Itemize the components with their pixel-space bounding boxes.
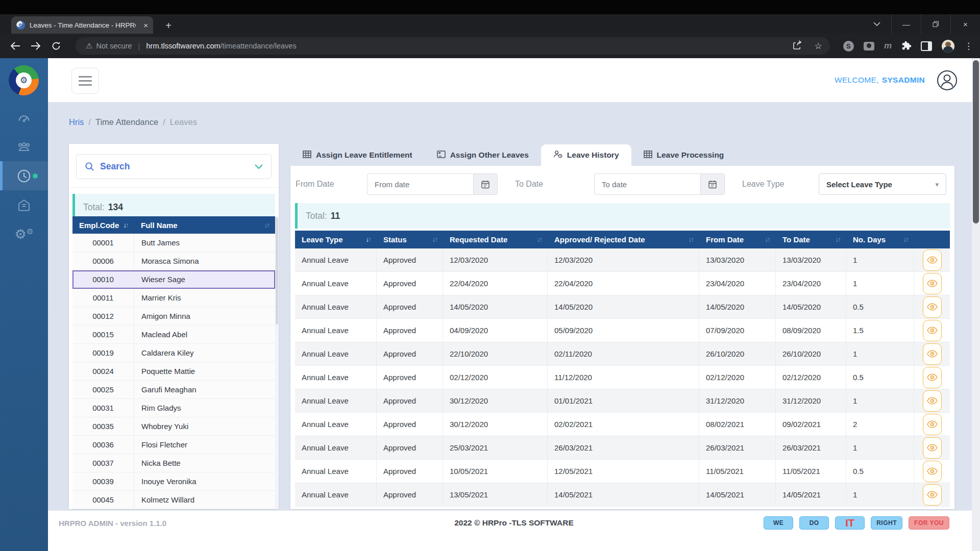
- leave-column-header[interactable]: Leave Type↓↑: [295, 231, 377, 248]
- view-leave-button[interactable]: [923, 461, 942, 482]
- tab-leave-history[interactable]: Leave History: [541, 144, 631, 166]
- to-date-calendar-icon[interactable]: [700, 174, 724, 194]
- employee-table: Empl.Code↓↑Full Name↓↑ 00001Butt James00…: [72, 216, 275, 509]
- leave-type-select[interactable]: Select Leave Type ▾: [819, 173, 946, 195]
- leave-cell: 22/04/2020: [548, 272, 699, 295]
- chevron-down-icon: [255, 162, 263, 171]
- page-scrollbar-thumb[interactable]: [973, 60, 979, 223]
- skype-extension-icon[interactable]: S: [843, 41, 854, 52]
- new-tab-button[interactable]: +: [162, 19, 175, 32]
- leave-cell: 14/05/2021: [548, 483, 699, 506]
- tab-close-icon[interactable]: ×: [143, 21, 148, 30]
- sidebar-item-time-attendance[interactable]: [0, 161, 48, 190]
- to-date-input-group: [594, 173, 725, 195]
- employee-name: Maclead Abel: [134, 325, 275, 343]
- leave-column-header[interactable]: To Date↓↑: [776, 231, 846, 248]
- leave-column-header[interactable]: Status↓↑: [377, 231, 443, 248]
- side-panel-icon[interactable]: [921, 41, 932, 51]
- employee-row[interactable]: 00031Rim Gladys: [72, 399, 275, 417]
- bookmark-star-icon[interactable]: ☆: [813, 41, 824, 52]
- browser-profile-avatar[interactable]: [942, 40, 954, 53]
- view-leave-button[interactable]: [923, 390, 942, 412]
- leave-cell: 31/12/2020: [776, 389, 846, 412]
- forward-icon[interactable]: [29, 39, 43, 53]
- sort-icons: ↓↑: [264, 221, 271, 229]
- employee-row[interactable]: 00036Flosi Fletcher: [72, 436, 275, 454]
- leave-row: Annual LeaveApproved30/12/202001/01/2021…: [295, 389, 950, 413]
- employee-column-header[interactable]: Full Name↓↑: [134, 216, 275, 234]
- page-scrollbar[interactable]: [972, 58, 980, 551]
- sidebar-item-settings[interactable]: ⚙⚙: [0, 219, 48, 248]
- employee-row[interactable]: 00039Inouye Veronika: [72, 472, 275, 491]
- tab-label: Leave Processing: [657, 151, 724, 160]
- screenshot-extension-icon[interactable]: [864, 42, 874, 51]
- leave-cell: 01/01/2021: [548, 389, 699, 412]
- leave-cell: 12/03/2020: [548, 248, 699, 271]
- view-leave-button[interactable]: [923, 437, 942, 459]
- m-extension-icon[interactable]: m: [884, 41, 892, 51]
- employee-row[interactable]: 00006Morasca Simona: [72, 252, 275, 270]
- browser-menu-icon[interactable]: ⋮: [964, 41, 973, 52]
- view-leave-button[interactable]: [923, 367, 942, 388]
- employee-row[interactable]: 00035Whobrey Yuki: [72, 417, 275, 436]
- employee-name: Inouye Veronika: [134, 472, 275, 490]
- leave-column-header[interactable]: No. Days↓↑: [846, 231, 914, 248]
- from-date-input[interactable]: [368, 174, 473, 194]
- employee-row[interactable]: 00015Maclead Abel: [72, 325, 275, 344]
- employee-column-header[interactable]: Empl.Code↓↑: [72, 216, 134, 234]
- employee-row[interactable]: 00045Kolmetz Willard: [72, 491, 275, 509]
- from-date-calendar-icon[interactable]: [473, 174, 497, 194]
- window-close-icon[interactable]: ×: [950, 14, 980, 34]
- view-leave-button[interactable]: [923, 484, 942, 506]
- employee-row[interactable]: 00011Marrier Kris: [72, 289, 275, 307]
- employee-name: Marrier Kris: [134, 289, 275, 307]
- leave-cell: 14/05/2021: [776, 483, 846, 506]
- leave-column-header[interactable]: Requested Date↓↑: [443, 231, 548, 248]
- tab-assign-other-leaves[interactable]: Assign Other Leaves: [425, 144, 541, 166]
- back-icon[interactable]: [8, 39, 22, 53]
- tab-leave-processing[interactable]: Leave Processing: [631, 144, 737, 166]
- leave-row: Annual LeaveApproved22/04/202022/04/2020…: [295, 272, 950, 295]
- user-avatar-icon[interactable]: [937, 70, 958, 91]
- employee-row[interactable]: 00019Caldarera Kiley: [72, 344, 275, 362]
- leave-actions-cell: [914, 413, 950, 436]
- reload-icon[interactable]: [49, 39, 63, 53]
- employee-row[interactable]: 00010Wieser Sage: [72, 270, 275, 289]
- app-logo[interactable]: ⚙: [9, 65, 39, 95]
- employee-search-toggle[interactable]: Search: [76, 154, 272, 179]
- tab-assign-leave-entitlement[interactable]: Assign Leave Entitlement: [290, 144, 425, 166]
- sort-up-icon: ↑: [691, 236, 694, 243]
- sidebar-item-requests[interactable]: [0, 190, 48, 219]
- view-leave-button[interactable]: [923, 343, 942, 365]
- employee-row[interactable]: 00001Butt James: [72, 234, 275, 252]
- address-bar[interactable]: ⚠ Not secure | hrm.tlssoftwarevn.com/tim…: [76, 37, 830, 55]
- employee-list-scrollbar[interactable]: [275, 216, 279, 509]
- search-icon: [85, 162, 94, 171]
- window-restore-icon[interactable]: [921, 14, 950, 34]
- window-minimize-icon[interactable]: —: [891, 14, 921, 34]
- sidebar-item-employees[interactable]: [0, 132, 48, 161]
- view-leave-button[interactable]: [923, 273, 942, 294]
- employee-code: 00015: [72, 325, 134, 343]
- view-leave-button[interactable]: [923, 320, 942, 341]
- employee-row[interactable]: 00025Garufi Meaghan: [72, 381, 275, 399]
- leave-column-header[interactable]: From Date↓↑: [699, 231, 776, 248]
- view-leave-button[interactable]: [923, 296, 942, 318]
- breadcrumb-item[interactable]: Hris: [69, 117, 84, 127]
- window-chevron-icon[interactable]: [862, 14, 891, 34]
- view-leave-button[interactable]: [923, 414, 942, 435]
- leave-column-header[interactable]: Approved/ Rejected Date↓↑: [548, 231, 699, 248]
- leave-cell: 1: [846, 272, 914, 295]
- extensions-puzzle-icon[interactable]: [901, 40, 911, 52]
- employee-row[interactable]: 00012Amigon Minna: [72, 307, 275, 325]
- share-icon[interactable]: [793, 40, 802, 52]
- sidebar-item-dashboard[interactable]: [0, 103, 48, 132]
- leave-cell: 30/12/2020: [443, 413, 548, 436]
- browser-tab[interactable]: ⚙ Leaves - Time Attendance - HRPRO ADMIN…: [11, 16, 153, 34]
- employee-row[interactable]: 00024Poquette Mattie: [72, 362, 275, 381]
- to-date-input[interactable]: [595, 174, 700, 194]
- breadcrumb-item[interactable]: Time Attendance: [95, 117, 158, 127]
- employee-row[interactable]: 00037Nicka Bette: [72, 454, 275, 472]
- hamburger-menu-button[interactable]: [71, 68, 99, 94]
- view-leave-button[interactable]: [923, 249, 942, 271]
